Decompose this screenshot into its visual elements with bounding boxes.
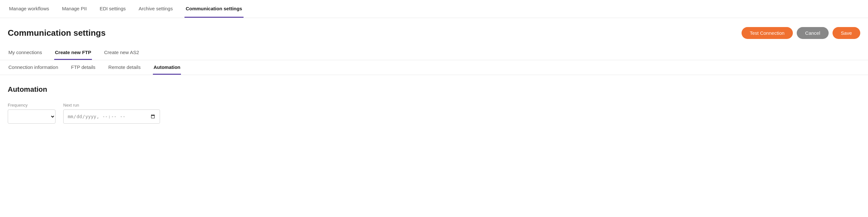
- save-button[interactable]: Save: [833, 27, 860, 39]
- top-nav-tab-edi-settings[interactable]: EDI settings: [98, 0, 127, 18]
- frequency-group: Frequency: [8, 103, 56, 123]
- next-run-group: Next run: [63, 103, 160, 123]
- top-nav-tab-manage-workflows[interactable]: Manage workflows: [8, 0, 50, 18]
- page-title: Communication settings: [8, 28, 105, 38]
- top-nav-tab-archive-settings[interactable]: Archive settings: [137, 0, 174, 18]
- top-nav: Manage workflowsManage PIIEDI settingsAr…: [0, 0, 868, 18]
- top-nav-tab-manage-pii[interactable]: Manage PII: [61, 0, 88, 18]
- third-nav-tab-automation[interactable]: Automation: [153, 60, 181, 75]
- third-nav-tab-ftp-details[interactable]: FTP details: [70, 60, 96, 75]
- sub-nav: My connectionsCreate new FTPCreate new A…: [0, 45, 868, 60]
- test-connection-button[interactable]: Test Connection: [742, 27, 793, 39]
- next-run-input[interactable]: [63, 109, 160, 123]
- form-row: Frequency Next run: [8, 103, 860, 123]
- frequency-select[interactable]: [8, 109, 56, 123]
- automation-section-title: Automation: [8, 85, 860, 94]
- next-run-label: Next run: [63, 103, 160, 108]
- content-area: Automation Frequency Next run: [0, 75, 868, 134]
- frequency-label: Frequency: [8, 103, 56, 108]
- sub-nav-tab-my-connections[interactable]: My connections: [8, 45, 42, 60]
- header-actions: Test Connection Cancel Save: [742, 27, 860, 39]
- sub-nav-tab-create-new-as2[interactable]: Create new AS2: [103, 45, 140, 60]
- third-nav: Connection informationFTP detailsRemote …: [0, 60, 868, 75]
- cancel-button[interactable]: Cancel: [797, 27, 829, 39]
- third-nav-tab-remote-details[interactable]: Remote details: [108, 60, 141, 75]
- third-nav-tab-connection-information[interactable]: Connection information: [8, 60, 59, 75]
- page-header: Communication settings Test Connection C…: [0, 18, 868, 45]
- top-nav-tab-communication-settings[interactable]: Communication settings: [185, 0, 244, 18]
- sub-nav-tab-create-new-ftp[interactable]: Create new FTP: [54, 45, 92, 60]
